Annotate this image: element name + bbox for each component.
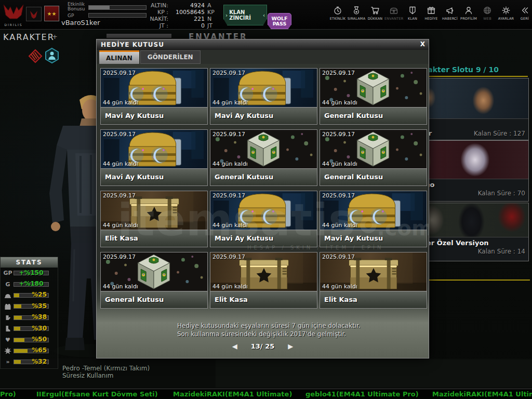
gift-box-days-left: 44 gün kaldı: [212, 222, 248, 229]
gp-bar-label: GP: [68, 14, 74, 18]
gift-box-name: General Kutusu: [320, 107, 427, 124]
cart-icon: [366, 6, 384, 16]
nav-item-label: KLAN: [403, 17, 422, 21]
background-bar-fragment: [107, 34, 171, 38]
stat-bar: %32: [14, 360, 49, 364]
gift-box-image: 2025.09.1744 gün kaldı: [320, 252, 427, 291]
nav-item-etkinlik[interactable]: ETKİNLİK: [328, 6, 347, 21]
nav-menu: ETKİNLİKSIRALAMADÜKKANENVANTERKLANHEDİYE…: [328, 6, 532, 21]
gift-box-cell[interactable]: 2025.09.1744 gün kaldıMavi Ay Kutusu: [100, 129, 208, 186]
nav-item-geri[interactable]: GERİ: [515, 6, 532, 21]
stats-title: STATS: [1, 257, 58, 268]
game-screen: ENVANTER KARAKTER + STATS GP+%150G+%180%…: [0, 0, 532, 399]
gift-box-date: 2025.09.17: [212, 254, 245, 260]
gift-box-cell[interactable]: 2025.09.1744 gün kaldıElit Kasa: [320, 252, 427, 309]
info-line: Hediye kutusundaki eşyaların süresi 7 gü…: [177, 322, 361, 330]
helmet-icon: [2, 292, 14, 299]
gift-box-dialog: HEDİYE KUTUSU X ALINAN GÖNDERİLEN 2025.0…: [96, 39, 429, 358]
close-icon[interactable]: X: [420, 41, 425, 48]
nav-item-label: DÜKKAN: [366, 17, 384, 21]
character-hexagon-icon[interactable]: [44, 47, 60, 66]
nav-item-dukkan[interactable]: DÜKKAN: [366, 6, 384, 21]
stat-row: %30: [1, 323, 58, 334]
news-ticker: Pro)IIErgul(Efsane Kurt Dövme Seti)Mazid…: [0, 389, 532, 399]
stat-bar: +%180: [14, 282, 49, 287]
nav-item-ayarlar[interactable]: AYARLAR: [497, 6, 515, 21]
g-icon: G: [2, 281, 14, 288]
gift-box-cell[interactable]: 2025.09.1744 gün kaldıMavi Ay Kutusu: [210, 191, 317, 247]
gift-box-cell[interactable]: 2025.09.1744 gün kaldıGeneral Kutusu: [320, 129, 427, 186]
currency-row: KP :10058645KP: [144, 9, 218, 16]
gift-box-days-left: 44 gün kaldı: [103, 99, 138, 106]
remaining-time: Kalan Süre : 14: [478, 248, 525, 255]
gift-box-days-left: 44 gün kaldı: [212, 99, 248, 106]
clock-icon: [328, 6, 347, 16]
nav-item-envanter[interactable]: ENVANTER: [384, 6, 403, 21]
gift-box-cell[interactable]: 2025.09.1744 gün kaldıGeneral Kutusu: [320, 68, 427, 125]
gift-box-cell[interactable]: 2025.09.1744 gün kaldıElit Kasa: [210, 252, 317, 309]
gift-box-cell[interactable]: 2025.09.1744 gün kaldıMavi Ay Kutusu: [320, 191, 427, 247]
gift-box-days-left: 44 gün kaldı: [322, 283, 357, 290]
dialog-content: 2025.09.1744 gün kaldıMavi Ay Kutusu2025…: [97, 64, 429, 358]
stat-bar: %65: [14, 349, 49, 353]
currency-label: JT :: [144, 22, 168, 29]
nav-item-hediye[interactable]: HEDİYE: [422, 6, 441, 21]
gift-box-date: 2025.09.17: [322, 131, 355, 138]
nav-item-klan[interactable]: KLAN: [403, 6, 422, 21]
currency-row: JT :0JT: [144, 22, 218, 29]
claw-mark-icon[interactable]: [28, 48, 43, 66]
gift-box-name: General Kutusu: [320, 168, 427, 185]
nav-item-haberci[interactable]: HABERCİ: [441, 6, 459, 21]
heart-icon: ♥: [2, 337, 14, 343]
currency-value: 4924: [168, 2, 205, 9]
stat-value: %65: [32, 347, 47, 354]
stat-value: +%150: [19, 269, 43, 276]
gift-box-cell[interactable]: 2025.09.1744 gün kaldıMavi Ay Kutusu: [210, 68, 317, 125]
wolfteam-logo: DIRILIS: [2, 2, 25, 28]
shield-icon: [403, 6, 422, 16]
karakter-add-button[interactable]: +: [52, 33, 58, 41]
gift-box-image: 2025.09.1744 gün kaldı: [320, 69, 427, 107]
gear-icon: [497, 6, 515, 16]
next-page-icon[interactable]: ▶: [288, 342, 293, 350]
tab-alinan[interactable]: ALINAN: [99, 50, 139, 64]
gift-box-date: 2025.09.17: [103, 131, 136, 138]
burst-icon: [2, 347, 14, 354]
wolf-pass-button[interactable]: WOLF PASS: [268, 13, 291, 29]
gift-box-cell[interactable]: 2025.09.1744 gün kaldıMavi Ay Kutusu: [100, 68, 208, 125]
vest-icon: [2, 303, 14, 310]
etkinlik-bonus-bar: [88, 5, 147, 10]
gift-box-date: 2025.09.17: [322, 70, 355, 76]
nav-item-profilim[interactable]: PROFİLİM: [459, 6, 478, 21]
stat-value: %38: [32, 314, 47, 321]
wolf-pass-label1: WOLF: [271, 16, 287, 21]
prev-page-icon[interactable]: ◀: [232, 342, 237, 350]
stat-bar: %30: [14, 326, 49, 331]
tab-gonderilen[interactable]: GÖNDERİLEN: [140, 50, 201, 64]
stat-bar: +%150: [14, 271, 49, 275]
dialog-info: Hediye kutusundaki eşyaların süresi 7 gü…: [177, 322, 361, 338]
left-arrow-icon: ›: [225, 12, 228, 18]
klan-zinciri-button[interactable]: › KLAN ZİNCİRİ ‹: [223, 5, 267, 25]
gift-box-days-left: 44 gün kaldı: [212, 161, 248, 167]
currency-label: ALTIN:: [144, 2, 168, 9]
globe-icon: [478, 6, 497, 16]
gift-box-date: 2025.09.17: [103, 70, 136, 76]
nav-item-web[interactable]: WEB: [478, 6, 497, 21]
gift-box-cell[interactable]: 2025.09.1744 gün kaldıGeneral Kutusu: [210, 129, 317, 186]
stat-row: %25: [1, 290, 58, 301]
currency-unit: JT: [205, 22, 216, 29]
gift-box-name: Mavi Ay Kutusu: [101, 107, 207, 124]
gift-box-cell[interactable]: 2025.09.1744 gün kaldıElit Kasa: [100, 191, 208, 247]
gift-box-cell[interactable]: 2025.09.1744 gün kaldıGeneral Kutusu: [100, 252, 208, 309]
boots-icon: [2, 325, 14, 332]
nav-item-siralama[interactable]: SIRALAMA: [347, 6, 366, 21]
stat-row: GP+%150: [1, 268, 58, 278]
nav-item-label: ETKİNLİK: [328, 17, 347, 21]
rank-emblem-icon: ★★: [44, 6, 59, 21]
gift-box-name: Elit Kasa: [210, 291, 317, 308]
gift-box-date: 2025.09.17: [212, 131, 245, 138]
stat-value: %50: [32, 336, 47, 343]
gift-box-date: 2025.09.17: [103, 254, 136, 260]
character-duration: Süresiz Kullanım: [62, 372, 114, 379]
